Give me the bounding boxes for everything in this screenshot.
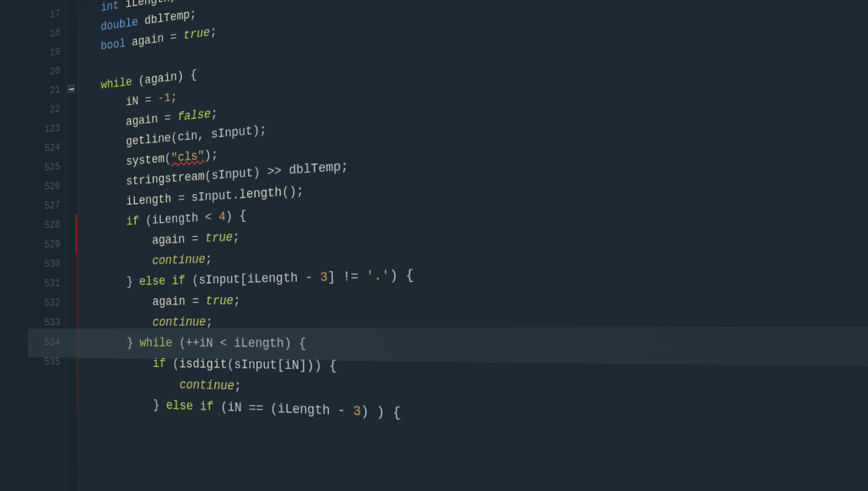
token-punc: (sInput[iLength - <box>192 270 320 287</box>
token-kw: if <box>153 357 172 371</box>
line-number[interactable]: 531 <box>28 273 63 294</box>
token-kw: while <box>140 336 179 350</box>
token-punc: ; <box>205 252 212 267</box>
line-number[interactable]: 525 <box>28 157 64 178</box>
token-num: 4 <box>218 210 225 224</box>
token-punc: ; <box>210 24 217 39</box>
token-strerr: "cls" <box>171 149 204 165</box>
token-punc: (++iN < iLength) <box>179 336 299 351</box>
token-id <box>101 215 126 229</box>
modified-marker <box>75 214 77 254</box>
token-id: again <box>101 232 191 249</box>
line-number[interactable]: 524 <box>28 138 64 160</box>
token-punc: ) { <box>226 208 247 223</box>
token-id: iN <box>101 94 145 111</box>
token-op: = <box>164 111 177 125</box>
token-punc: (iLength < <box>145 210 218 227</box>
token-flow: continue <box>153 315 206 329</box>
token-type: double <box>101 14 144 33</box>
token-bool: true <box>183 25 210 42</box>
line-number[interactable]: 527 <box>28 195 63 217</box>
token-id: dblTemp <box>144 8 190 28</box>
token-kw: if <box>126 214 145 228</box>
token-flow: continue <box>179 378 234 393</box>
token-id <box>102 315 153 329</box>
token-fn: stringstream <box>126 170 205 189</box>
token-punc: } <box>102 336 140 349</box>
token-flow: continue <box>152 252 205 268</box>
token-kw: while <box>101 75 138 92</box>
token-num: 3 <box>353 404 361 419</box>
token-fn: isdigit <box>179 357 227 372</box>
modified-line <box>77 254 77 413</box>
token-punc: ); <box>204 148 218 163</box>
token-punc: ; <box>171 90 178 104</box>
token-punc: ] != <box>328 269 366 284</box>
editor-scene: 1617181920212212352452552652752852953053… <box>27 0 868 491</box>
token-punc: ) { <box>389 268 414 283</box>
token-num: -1 <box>157 91 170 106</box>
token-punc: (); <box>282 184 304 199</box>
token-id <box>101 254 152 269</box>
token-id <box>101 135 126 151</box>
token-str: '.' <box>366 268 390 283</box>
token-id: again <box>132 31 170 49</box>
token-bool: true <box>205 294 233 308</box>
token-punc: (sInput[iN])) { <box>227 357 337 374</box>
line-number[interactable]: 534 <box>28 332 64 352</box>
token-id <box>102 356 153 370</box>
token-fn: getline <box>126 131 171 148</box>
token-type: int <box>100 0 125 14</box>
token-punc: (iN == (iLength - <box>220 400 353 419</box>
code-area[interactable]: string sInput;int iLength, iN;double dbl… <box>78 0 868 491</box>
token-punc: (cin, sInput); <box>171 123 267 145</box>
line-number[interactable]: 530 <box>28 254 63 275</box>
line-number-gutter[interactable]: 1617181920212212352452552652752852953053… <box>27 0 66 491</box>
fold-column[interactable] <box>66 0 79 491</box>
token-op: = <box>192 294 205 309</box>
token-punc: } <box>102 397 166 412</box>
token-punc: ; <box>211 106 218 121</box>
line-number[interactable]: 529 <box>28 235 63 256</box>
token-punc: ( <box>165 151 172 165</box>
token-fn: length <box>239 185 282 202</box>
token-kw: else if <box>139 273 192 288</box>
line-number[interactable]: 533 <box>28 313 64 332</box>
token-type: bool <box>101 36 132 53</box>
token-punc: ; <box>234 379 241 393</box>
token-punc: ) ) { <box>361 404 401 420</box>
line-number[interactable]: 535 <box>28 352 64 372</box>
fold-toggle-icon[interactable] <box>68 84 75 92</box>
token-op: = <box>170 29 183 44</box>
token-kw: else if <box>166 398 220 414</box>
token-id: iLength <box>101 192 178 210</box>
token-id <box>101 175 126 190</box>
line-number[interactable]: 528 <box>28 215 63 236</box>
token-punc: { <box>191 68 197 82</box>
token-punc: ; <box>190 7 197 21</box>
line-number[interactable]: 532 <box>28 293 64 313</box>
token-punc: ; <box>206 315 213 329</box>
token-punc: ; <box>233 294 241 308</box>
token-id: again <box>102 294 193 309</box>
token-punc: { <box>298 336 306 351</box>
token-punc: ; <box>233 230 240 244</box>
token-op: = sInput. <box>178 188 239 205</box>
token-op: = <box>145 92 158 107</box>
token-punc: ( <box>172 357 179 371</box>
token-fn: system <box>126 152 165 168</box>
token-id: again <box>101 111 164 130</box>
token-bool: true <box>205 230 233 245</box>
token-punc: } <box>101 275 139 289</box>
token-id <box>102 376 180 392</box>
token-op: = <box>192 231 205 246</box>
token-id <box>101 155 126 170</box>
token-id: (again) <box>138 68 191 87</box>
code-editor[interactable]: 1617181920212212352452552652752852953053… <box>27 0 868 491</box>
line-number[interactable]: 526 <box>28 176 63 198</box>
token-bool: false <box>178 107 211 124</box>
